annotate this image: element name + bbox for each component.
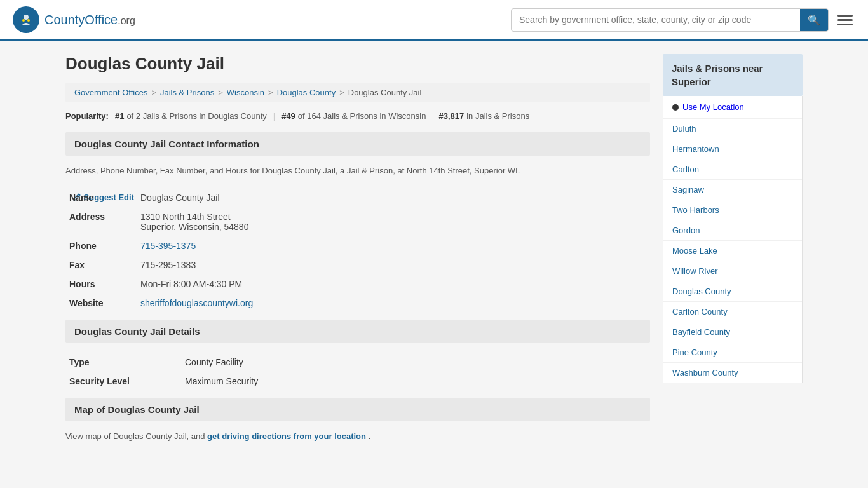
search-input[interactable] bbox=[512, 10, 800, 30]
svg-point-2 bbox=[22, 19, 25, 22]
fax-label: Fax bbox=[69, 260, 85, 270]
sidebar-link-saginaw[interactable]: Saginaw bbox=[672, 185, 704, 194]
header-right: 🔍 bbox=[511, 8, 855, 32]
address-label: Address bbox=[69, 212, 105, 222]
breadcrumb-item-jails[interactable]: Jails & Prisons bbox=[160, 88, 214, 97]
sidebar-link-washburn-county[interactable]: Washburn County bbox=[672, 368, 738, 377]
hours-label: Hours bbox=[69, 279, 95, 289]
website-label: Website bbox=[69, 298, 103, 308]
sidebar-link-bayfield-county[interactable]: Bayfield County bbox=[672, 327, 730, 337]
contact-description: Address, Phone Number, Fax Number, and H… bbox=[65, 165, 650, 177]
phone-link[interactable]: 715-395-1375 bbox=[140, 241, 196, 251]
sidebar-link-two-harbors[interactable]: Two Harbors bbox=[672, 205, 719, 215]
pop-item-3: #3,817 in Jails & Prisons bbox=[438, 111, 529, 121]
sidebar-link-hermantown[interactable]: Hermantown bbox=[672, 144, 719, 154]
pop-text-1: of 2 Jails & Prisons in Douglas County bbox=[126, 111, 266, 121]
table-row: Address 1310 North 14th Street Superior,… bbox=[67, 208, 649, 236]
table-row: Website sheriffofdouglascountywi.org bbox=[67, 294, 649, 312]
sidebar-link-carlton-county[interactable]: Carlton County bbox=[672, 307, 728, 316]
popularity-bar: Popularity: #1 of 2 Jails & Prisons in D… bbox=[65, 111, 650, 121]
security-value: Maximum Security bbox=[182, 372, 649, 390]
security-label: Security Level bbox=[69, 376, 130, 386]
breadcrumb-item-gov[interactable]: Government Offices bbox=[74, 88, 147, 97]
breadcrumb-item-current: Douglas County Jail bbox=[348, 88, 422, 97]
name-value: Douglas County Jail bbox=[138, 189, 649, 207]
svg-point-1 bbox=[24, 15, 29, 20]
table-row: Hours Mon-Fri 8:00 AM-4:30 PM bbox=[67, 275, 649, 293]
sidebar-link-gordon[interactable]: Gordon bbox=[672, 226, 700, 235]
table-row: Suggest Edit Name Douglas County Jail bbox=[67, 189, 649, 207]
breadcrumb-item-state[interactable]: Wisconsin bbox=[227, 88, 264, 97]
main-content: Douglas County Jail Government Offices >… bbox=[65, 54, 650, 442]
pop-text-2: of 164 Jails & Prisons in Wisconsin bbox=[298, 111, 426, 121]
fax-value: 715-295-1383 bbox=[138, 256, 649, 274]
directions-link[interactable]: get driving directions from your locatio… bbox=[207, 431, 366, 441]
details-section-header: Douglas County Jail Details bbox=[65, 320, 650, 343]
table-row: Type County Facility bbox=[67, 353, 649, 371]
contact-table: Suggest Edit Name Douglas County Jail Ad… bbox=[65, 187, 650, 313]
logo-text: CountyOffice.org bbox=[44, 13, 135, 27]
table-row: Phone 715-395-1375 bbox=[67, 237, 649, 255]
sidebar-link-pine-county[interactable]: Pine County bbox=[672, 348, 717, 357]
sidebar: Jails & Prisons near Superior Use My Loc… bbox=[663, 54, 803, 442]
svg-point-3 bbox=[27, 19, 30, 22]
menu-icon-line3 bbox=[837, 24, 853, 25]
breadcrumb-sep-3: > bbox=[268, 88, 273, 97]
sidebar-link-douglas-county[interactable]: Douglas County bbox=[672, 287, 731, 296]
sidebar-link-moose-lake[interactable]: Moose Lake bbox=[672, 246, 717, 255]
phone-value: 715-395-1375 bbox=[138, 237, 649, 255]
search-icon: 🔍 bbox=[808, 15, 820, 25]
header: CountyOffice.org 🔍 bbox=[0, 0, 868, 41]
list-item: Hermantown bbox=[663, 139, 802, 159]
menu-button[interactable] bbox=[835, 12, 855, 28]
pop-item-1: #1 of 2 Jails & Prisons in Douglas Count… bbox=[115, 111, 267, 121]
logo-icon bbox=[13, 6, 39, 33]
pop-sep-1: | bbox=[273, 111, 275, 121]
type-label: Type bbox=[69, 357, 90, 367]
list-item: Moose Lake bbox=[663, 241, 802, 261]
details-table: Type County Facility Security Level Maxi… bbox=[65, 352, 650, 391]
list-item: Bayfield County bbox=[663, 322, 802, 342]
list-item: Carlton bbox=[663, 159, 802, 180]
use-my-location-link[interactable]: Use My Location bbox=[682, 102, 744, 112]
name-label: Name bbox=[69, 193, 93, 203]
list-item: Willow River bbox=[663, 261, 802, 281]
map-section-header: Map of Douglas County Jail bbox=[65, 398, 650, 421]
list-item: Washburn County bbox=[663, 363, 802, 383]
sidebar-link-carlton[interactable]: Carlton bbox=[672, 165, 699, 174]
list-item: Saginaw bbox=[663, 180, 802, 200]
website-value: sheriffofdouglascountywi.org bbox=[138, 294, 649, 312]
use-my-location-item[interactable]: Use My Location bbox=[663, 96, 802, 119]
sidebar-link-willow-river[interactable]: Willow River bbox=[672, 266, 718, 276]
table-row: Fax 715-295-1383 bbox=[67, 256, 649, 274]
table-row: Security Level Maximum Security bbox=[67, 372, 649, 390]
pop-rank-3: #3,817 bbox=[438, 111, 464, 121]
address-value: 1310 North 14th Street Superior, Wiscons… bbox=[138, 208, 649, 236]
menu-icon-line1 bbox=[837, 15, 853, 17]
sidebar-header: Jails & Prisons near Superior bbox=[663, 54, 803, 96]
phone-label: Phone bbox=[69, 241, 97, 251]
pop-rank-1: #1 bbox=[115, 111, 124, 121]
pop-item-2: #49 of 164 Jails & Prisons in Wisconsin bbox=[281, 111, 426, 121]
sidebar-link-duluth[interactable]: Duluth bbox=[672, 124, 696, 133]
list-item: Gordon bbox=[663, 220, 802, 241]
list-item: Carlton County bbox=[663, 302, 802, 322]
breadcrumb: Government Offices > Jails & Prisons > W… bbox=[65, 83, 650, 102]
sidebar-list: Use My Location Duluth Hermantown Carlto… bbox=[663, 96, 803, 383]
location-dot-icon bbox=[672, 104, 679, 111]
pop-text-3: in Jails & Prisons bbox=[466, 111, 529, 121]
list-item: Douglas County bbox=[663, 281, 802, 302]
logo: CountyOffice.org bbox=[13, 6, 135, 33]
popularity-label: Popularity: bbox=[65, 111, 109, 121]
search-bar: 🔍 bbox=[511, 8, 829, 32]
breadcrumb-sep-1: > bbox=[151, 88, 156, 97]
map-description: View map of Douglas County Jail, and get… bbox=[65, 430, 650, 443]
hours-value: Mon-Fri 8:00 AM-4:30 PM bbox=[138, 275, 649, 293]
breadcrumb-item-county[interactable]: Douglas County bbox=[277, 88, 336, 97]
list-item: Pine County bbox=[663, 342, 802, 363]
menu-icon-line2 bbox=[837, 19, 853, 21]
search-button[interactable]: 🔍 bbox=[800, 9, 828, 31]
website-link[interactable]: sheriffofdouglascountywi.org bbox=[140, 298, 253, 308]
list-item: Two Harbors bbox=[663, 200, 802, 220]
pop-rank-2: #49 bbox=[281, 111, 295, 121]
